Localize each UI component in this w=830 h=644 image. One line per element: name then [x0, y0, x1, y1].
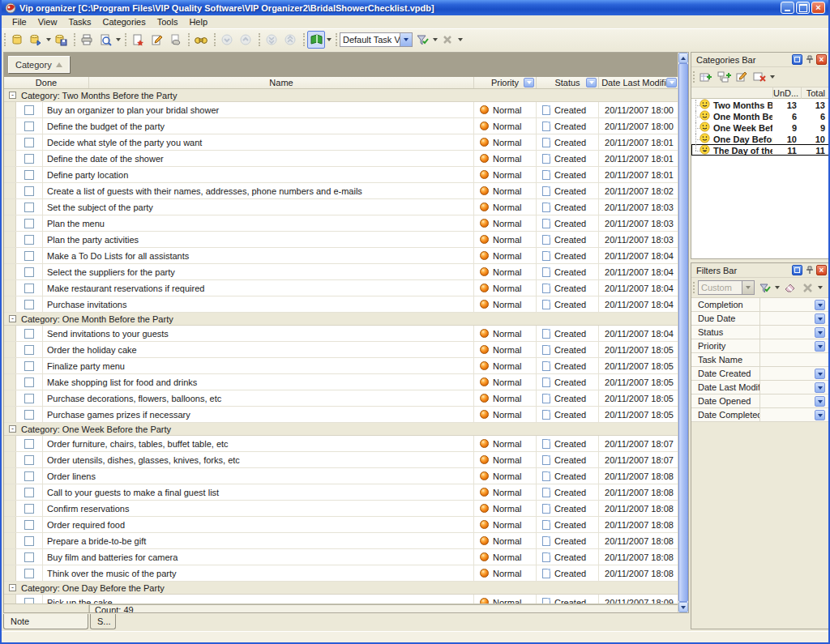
- priority-cell[interactable]: Normal: [474, 167, 537, 182]
- priority-cell[interactable]: Normal: [474, 280, 537, 296]
- priority-cell[interactable]: Normal: [474, 296, 537, 312]
- status-cell[interactable]: Created: [537, 549, 599, 565]
- tab-side[interactable]: S...: [90, 614, 116, 629]
- done-checkbox[interactable]: [24, 154, 34, 164]
- done-checkbox[interactable]: [24, 439, 34, 449]
- priority-cell[interactable]: Normal: [474, 342, 537, 357]
- done-checkbox[interactable]: [24, 203, 34, 212]
- filters-toolbar-caret-icon[interactable]: [818, 286, 823, 289]
- task-row[interactable]: Make a To Do Lists for all assistantsNor…: [4, 248, 679, 264]
- status-cell[interactable]: Created: [537, 326, 599, 341]
- menu-view[interactable]: View: [32, 16, 63, 28]
- apply-view-button[interactable]: [413, 31, 431, 49]
- done-checkbox[interactable]: [24, 598, 34, 604]
- done-checkbox[interactable]: [24, 122, 34, 131]
- task-row[interactable]: Order the holiday cakeNormalCreated20/11…: [4, 342, 679, 358]
- scroll-down-icon[interactable]: [678, 602, 688, 612]
- priority-cell[interactable]: Normal: [474, 390, 537, 406]
- status-cell[interactable]: Created: [537, 501, 599, 516]
- task-name[interactable]: Purchase games prizes if necessary: [43, 407, 474, 422]
- status-cell[interactable]: Created: [537, 167, 599, 182]
- categories-bar-title[interactable]: Categories Bar ×: [691, 53, 828, 67]
- task-row[interactable]: Order utensils, dishes, glasses, knives,…: [4, 452, 679, 468]
- done-checkbox[interactable]: [24, 455, 34, 465]
- status-cell[interactable]: Created: [537, 134, 599, 150]
- task-row[interactable]: Select the suppliers for the partyNormal…: [4, 264, 679, 280]
- filter-dropdown-icon[interactable]: [815, 410, 825, 420]
- task-row[interactable]: Finalize party menuNormalCreated20/11/20…: [4, 358, 679, 374]
- priority-cell[interactable]: Normal: [474, 248, 537, 263]
- priority-cell[interactable]: Normal: [474, 358, 537, 373]
- task-name[interactable]: Think over the music of the party: [43, 565, 474, 581]
- apply-filter-button[interactable]: [756, 279, 772, 296]
- done-checkbox[interactable]: [24, 170, 34, 180]
- filter-dropdown-icon[interactable]: [815, 327, 825, 338]
- print-preview-button[interactable]: [96, 31, 114, 49]
- delete-filter-button[interactable]: [799, 279, 815, 296]
- scroll-up-icon[interactable]: [678, 53, 688, 63]
- priority-cell[interactable]: Normal: [474, 501, 537, 516]
- filters-float-icon[interactable]: [792, 265, 802, 275]
- status-cell[interactable]: Created: [537, 264, 599, 279]
- task-row[interactable]: Define the budget of the partyNormalCrea…: [4, 118, 679, 134]
- column-header-name[interactable]: Name: [89, 77, 474, 88]
- new-subcategory-button[interactable]: [716, 69, 732, 85]
- filter-row[interactable]: Due Date: [691, 312, 828, 326]
- category-list-item[interactable]: One Day Before the Party1010: [691, 133, 828, 144]
- done-checkbox[interactable]: [24, 186, 34, 196]
- category-group-header[interactable]: -Category: Two Months Before the Party: [4, 89, 679, 102]
- done-checkbox[interactable]: [24, 329, 34, 339]
- filter-row[interactable]: Status: [691, 326, 828, 339]
- task-row[interactable]: Plan the menuNormalCreated20/11/2007 18:…: [4, 215, 679, 232]
- categories-pin-icon[interactable]: [804, 54, 815, 65]
- filter-dropdown-icon[interactable]: [815, 396, 825, 407]
- task-name[interactable]: Order linens: [43, 468, 474, 484]
- new-database-button[interactable]: [27, 31, 45, 49]
- task-name[interactable]: Select the suppliers for the party: [43, 264, 474, 279]
- task-row[interactable]: Set the subject of the partyNormalCreate…: [4, 199, 679, 215]
- menu-categories[interactable]: Categories: [97, 16, 152, 28]
- done-checkbox[interactable]: [24, 251, 34, 261]
- task-row[interactable]: Decide what style of the party you wantN…: [4, 134, 679, 151]
- task-row[interactable]: Order furniture, chairs, tables, buffet …: [4, 436, 679, 452]
- priority-cell[interactable]: Normal: [474, 468, 537, 484]
- status-cell[interactable]: Created: [537, 232, 599, 247]
- filter-dropdown-icon[interactable]: [815, 369, 825, 379]
- done-checkbox[interactable]: [24, 394, 34, 403]
- categories-toolbar-caret-icon[interactable]: [770, 75, 775, 79]
- task-view-combo-button[interactable]: [400, 33, 412, 46]
- groupby-category-button[interactable]: Category: [8, 56, 70, 73]
- filter-row[interactable]: Priority: [691, 339, 828, 353]
- print-preview-caret-icon[interactable]: [116, 38, 121, 41]
- task-name[interactable]: Plan the party activities: [43, 232, 474, 247]
- task-name[interactable]: Order utensils, dishes, glasses, knives,…: [43, 452, 474, 467]
- category-list-item[interactable]: Two Months Before the Party1313: [691, 99, 828, 110]
- task-row[interactable]: Purchase invitationsNormalCreated20/11/2…: [4, 296, 679, 313]
- priority-cell[interactable]: Normal: [474, 264, 537, 279]
- column-header-done[interactable]: Done: [4, 77, 89, 88]
- task-row[interactable]: Make shopping list for food and drinksNo…: [4, 374, 679, 390]
- filter-row[interactable]: Date Opened: [691, 395, 828, 408]
- column-header-total[interactable]: Total: [801, 87, 828, 99]
- delete-task-button[interactable]: [166, 31, 184, 49]
- task-name[interactable]: Set the subject of the party: [43, 199, 474, 215]
- priority-cell[interactable]: Normal: [474, 326, 537, 341]
- task-row[interactable]: Prepare a bride-to-be giftNormalCreated2…: [4, 533, 679, 549]
- priority-cell[interactable]: Normal: [474, 215, 537, 231]
- priority-cell[interactable]: Normal: [474, 436, 537, 451]
- new-database-caret-icon[interactable]: [46, 38, 51, 41]
- status-cell[interactable]: Created: [537, 151, 599, 166]
- categories-float-icon[interactable]: [792, 54, 802, 65]
- task-row[interactable]: Define the date of the showerNormalCreat…: [4, 151, 679, 167]
- category-group-header[interactable]: -Category: One Week Before the Party: [4, 423, 679, 436]
- task-row[interactable]: Buy an organizer to plan your bridal sho…: [4, 102, 679, 118]
- task-name[interactable]: Pick up the cake: [43, 595, 474, 603]
- column-header-status[interactable]: Status: [537, 77, 599, 88]
- edit-category-button[interactable]: [734, 69, 750, 85]
- status-cell[interactable]: Created: [537, 248, 599, 263]
- print-button[interactable]: [78, 31, 96, 49]
- collapse-icon[interactable]: -: [9, 315, 16, 322]
- done-checkbox[interactable]: [24, 345, 34, 355]
- task-row[interactable]: Buy film and batteries for cameraNormalC…: [4, 549, 679, 565]
- new-task-button[interactable]: [129, 31, 147, 49]
